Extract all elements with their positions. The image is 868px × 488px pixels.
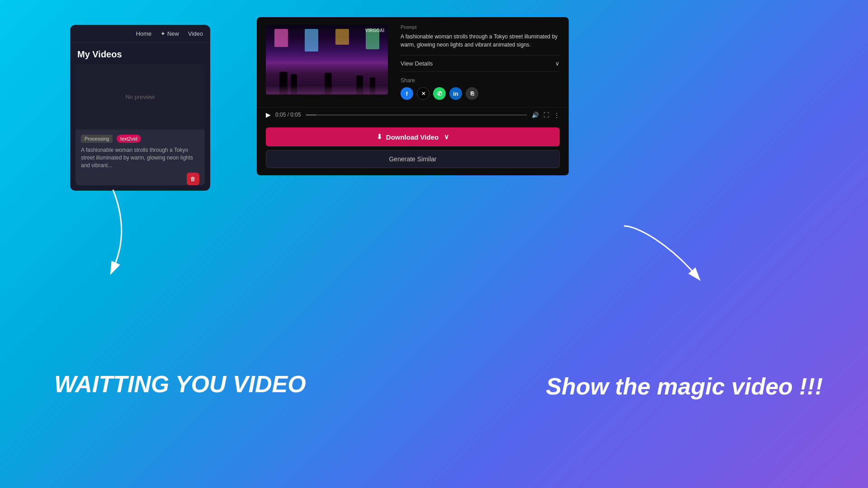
arrow-left	[86, 185, 140, 276]
text2vid-badge: text2vid	[117, 135, 141, 143]
arrow-right	[601, 217, 714, 285]
share-linkedin-icon[interactable]: in	[449, 87, 462, 100]
nav-video[interactable]: Video	[188, 30, 203, 37]
magic-label: Show the magic video !!!	[546, 373, 823, 400]
prompt-label: Prompt	[401, 24, 560, 30]
my-videos-panel: Home ✦ New Video My Videos No preview Pr…	[70, 25, 210, 191]
panel-top: VIRGOAI Prompt A fashionable woman strol…	[257, 17, 569, 107]
download-icon: ⬇	[377, 133, 382, 141]
delete-button[interactable]: 🗑	[187, 173, 199, 185]
video-watermark: VIRGOAI	[365, 28, 384, 33]
time-display: 0:05 / 0:05	[275, 112, 301, 118]
video-description: A fashionable woman strolls through a To…	[81, 146, 199, 169]
waiting-label: WAITTING YOU VIDEO	[54, 371, 306, 398]
action-buttons: ⬇ Download Video ∨ Generate Similar	[257, 122, 569, 175]
share-icons: f ✕ ✆ in ⎘	[401, 87, 560, 100]
panel-title: My Videos	[70, 43, 210, 64]
share-label: Share	[401, 77, 560, 84]
share-facebook-icon[interactable]: f	[401, 87, 413, 100]
share-copy-icon[interactable]: ⎘	[466, 87, 478, 100]
video-controls: ▶ 0:05 / 0:05 🔊 ⛶ ⋮	[257, 107, 569, 122]
processing-badge: Processing	[81, 135, 113, 143]
chevron-down-icon: ∨	[555, 60, 560, 67]
video-card: No preview Processing text2vid A fashion…	[75, 64, 205, 185]
more-options-button[interactable]: ⋮	[554, 112, 560, 118]
progress-fill	[306, 114, 317, 116]
progress-bar[interactable]	[306, 114, 527, 116]
volume-button[interactable]: 🔊	[532, 112, 539, 118]
share-x-icon[interactable]: ✕	[417, 87, 429, 100]
fullscreen-button[interactable]: ⛶	[543, 112, 549, 118]
street-scene: VIRGOAI	[266, 24, 388, 94]
right-info: Prompt A fashionable woman strolls throu…	[397, 24, 560, 100]
video-player-panel: VIRGOAI Prompt A fashionable woman strol…	[257, 17, 569, 175]
play-button[interactable]: ▶	[266, 111, 271, 118]
prompt-text: A fashionable woman strolls through a To…	[401, 33, 560, 49]
download-video-button[interactable]: ⬇ Download Video ∨	[266, 127, 560, 146]
view-details-row[interactable]: View Details ∨	[401, 55, 560, 72]
nav-home[interactable]: Home	[136, 30, 152, 37]
dropdown-icon: ∨	[444, 133, 449, 141]
video-card-footer: Processing text2vid A fashionable woman …	[75, 130, 205, 177]
generate-similar-button[interactable]: Generate Similar	[266, 150, 560, 168]
nav-new[interactable]: ✦ New	[160, 30, 179, 37]
video-frame: VIRGOAI	[266, 24, 388, 94]
left-nav: Home ✦ New Video	[70, 25, 210, 43]
video-preview: No preview	[75, 64, 205, 130]
share-whatsapp-icon[interactable]: ✆	[433, 87, 446, 100]
